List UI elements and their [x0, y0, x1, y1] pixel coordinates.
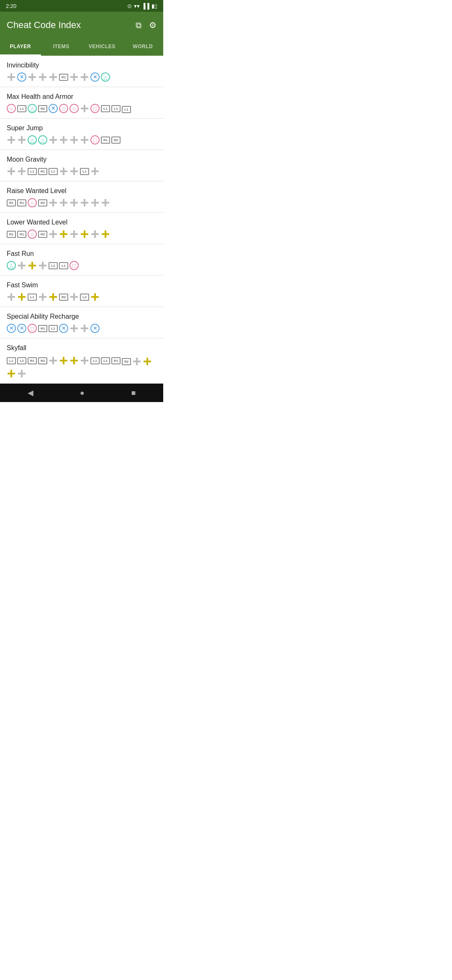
cheat-invincibility[interactable]: Invincibility ✕ R1 ✕ △ — [0, 56, 163, 87]
l1-button: L1 — [28, 168, 37, 175]
cheat-name-skyfall: Skyfall — [7, 344, 157, 352]
x-button: ✕ — [17, 324, 26, 333]
triangle-button: △ — [101, 72, 110, 82]
settings-icon[interactable]: ⚙ — [149, 20, 157, 30]
l1-button: L1 — [101, 105, 110, 112]
dpad-icon — [59, 135, 68, 144]
cheat-super-jump[interactable]: Super Jump △ △ □ R1 R2 — [0, 119, 163, 150]
dpad-icon — [17, 369, 26, 378]
square-button: □ — [59, 104, 68, 113]
content: Invincibility ✕ R1 ✕ △ Max Health and Ar… — [0, 56, 163, 384]
x-button: ✕ — [17, 72, 26, 82]
dpad-icon — [7, 292, 16, 302]
app-header: Cheat Code Index ⧉ ⚙ — [0, 12, 163, 39]
circle-button: ○ — [28, 230, 37, 239]
l2-button: L2 — [49, 262, 58, 269]
x-button: ✕ — [90, 324, 100, 333]
triangle-button: △ — [38, 135, 47, 144]
l1-button: L1 — [111, 105, 121, 112]
r1-button: R1 — [7, 231, 16, 238]
tabs: PLAYER ITEMS VEHICLES WORLD — [0, 39, 163, 56]
r2-button: R2 — [38, 199, 47, 206]
dpad-icon — [69, 135, 79, 144]
cheat-moon-gravity[interactable]: Moon Gravity L1 R1 L1 L1 — [0, 150, 163, 181]
dpad-icon — [59, 230, 68, 239]
dpad-icon — [17, 292, 26, 302]
l1-button: L1 — [28, 294, 37, 301]
l1-button: L1 — [17, 105, 26, 112]
cheat-name-max-health: Max Health and Armor — [7, 93, 157, 101]
cheat-skyfall[interactable]: Skyfall L1 L2 R1 R2 L1 L2 R1 R2 — [0, 338, 163, 384]
r1-button: R1 — [101, 137, 110, 144]
cheat-name-fast-swim: Fast Swim — [7, 281, 157, 289]
dpad-icon — [80, 230, 89, 239]
cheat-name-raise-wanted: Raise Wanted Level — [7, 187, 157, 195]
cheat-fast-swim[interactable]: Fast Swim L1 R2 L2 — [0, 276, 163, 307]
dpad-icon — [69, 324, 79, 333]
header-icons: ⧉ ⚙ — [136, 20, 157, 30]
wifi-icon: ▾▾ — [134, 3, 140, 9]
dpad-icon — [38, 72, 47, 82]
r1-button: R1 — [7, 199, 16, 206]
r1-button: R1 — [111, 357, 121, 364]
dpad-icon — [69, 198, 79, 207]
r1-button: R1 — [28, 357, 37, 364]
home-button[interactable]: ● — [80, 389, 85, 397]
l1-button: L1 — [80, 168, 89, 175]
dpad-icon — [90, 230, 100, 239]
l2-button: L2 — [17, 357, 26, 364]
dpad-icon — [80, 104, 89, 113]
dpad-icon — [59, 167, 68, 176]
cheat-buttons-super-jump: △ △ □ R1 R2 — [7, 135, 157, 144]
cheat-buttons-lower-wanted: R1 R1 ○ R2 — [7, 230, 157, 239]
cheat-name-moon-gravity: Moon Gravity — [7, 156, 157, 163]
cheat-lower-wanted[interactable]: Lower Wanted Level R1 R1 ○ R2 — [0, 213, 163, 244]
dpad-icon — [49, 135, 58, 144]
cheat-special-ability[interactable]: Special Ability Recharge ✕ ✕ □ R1 L1 ✕ ✕ — [0, 307, 163, 338]
l1-button: L1 — [49, 168, 58, 175]
cheat-buttons-special-ability: ✕ ✕ □ R1 L1 ✕ ✕ — [7, 324, 157, 333]
x-button: ✕ — [90, 72, 100, 82]
cheat-max-health-armor[interactable]: Max Health and Armor ○ L1 △ R2 ✕ □ ○ □ L… — [0, 87, 163, 119]
l2-button: L2 — [80, 294, 89, 301]
r2-button: R2 — [111, 137, 121, 144]
dpad-icon — [143, 357, 152, 366]
tab-vehicles[interactable]: VEHICLES — [82, 39, 123, 56]
r2-button: R2 — [38, 231, 47, 238]
dpad-icon — [7, 369, 16, 378]
cheat-buttons-fast-swim: L1 R2 L2 — [7, 292, 157, 302]
dpad-icon — [7, 72, 16, 82]
bookmark-icon[interactable]: ⧉ — [136, 21, 141, 30]
dpad-icon — [49, 292, 58, 302]
status-time: 2:20 — [6, 3, 16, 9]
cheat-fast-run[interactable]: Fast Run △ L2 L1 □ — [0, 244, 163, 276]
triangle-button: △ — [28, 104, 37, 113]
r1-button: R1 — [38, 168, 47, 175]
x-button: ✕ — [7, 324, 16, 333]
tab-player[interactable]: PLAYER — [0, 39, 41, 56]
dpad-icon — [49, 356, 58, 365]
tab-world[interactable]: WORLD — [123, 39, 164, 56]
circle-button: ○ — [7, 104, 16, 113]
r1-button: R1 — [38, 325, 47, 332]
cheat-buttons-skyfall: L1 L2 R1 R2 L1 L2 R1 R2 — [7, 355, 157, 378]
cloud-icon: ⊙ — [127, 3, 132, 9]
dpad-icon — [28, 72, 37, 82]
dpad-icon — [101, 230, 110, 239]
back-button[interactable]: ◀ — [28, 388, 33, 397]
app-title: Cheat Code Index — [7, 20, 81, 31]
l2-button: L2 — [101, 357, 110, 364]
tab-items[interactable]: ITEMS — [41, 39, 82, 56]
dpad-icon — [69, 72, 79, 82]
dpad-icon — [59, 198, 68, 207]
recent-button[interactable]: ■ — [131, 389, 136, 397]
dpad-icon — [38, 261, 47, 270]
dpad-icon — [90, 167, 100, 176]
r1-button: R1 — [17, 199, 26, 206]
dpad-icon — [69, 167, 79, 176]
cheat-raise-wanted[interactable]: Raise Wanted Level R1 R1 ○ R2 — [0, 181, 163, 213]
r2-button: R2 — [38, 105, 47, 112]
cheat-buttons-max-health: ○ L1 △ R2 ✕ □ ○ □ L1 L1 L1 — [7, 104, 157, 113]
bottom-nav: ◀ ● ■ — [0, 384, 163, 402]
dpad-icon — [80, 72, 89, 82]
